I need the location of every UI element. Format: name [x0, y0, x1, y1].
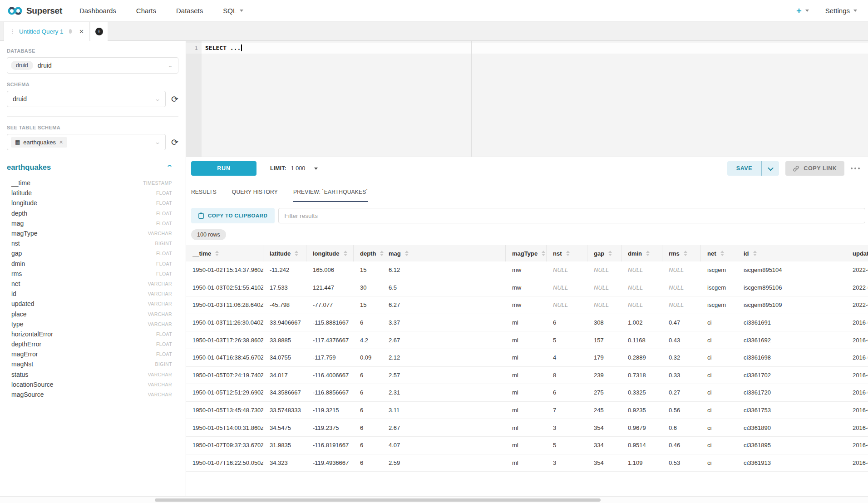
- column-header-dmin[interactable]: dmin: [621, 245, 662, 261]
- column-name: longitude: [11, 199, 37, 207]
- table-cell: 30: [354, 279, 382, 296]
- query-tab-active[interactable]: ⋮ Untitled Query 1 ✕: [4, 22, 90, 41]
- table-cell: NULL: [547, 261, 587, 279]
- horizontal-scrollbar-thumb[interactable]: [155, 498, 601, 502]
- table-cell: 6: [354, 419, 382, 436]
- sort-desc-icon: [344, 254, 347, 256]
- column-type: FLOAT: [156, 251, 172, 256]
- table-cell: NULL: [547, 296, 587, 314]
- column-header-id[interactable]: id: [737, 245, 846, 261]
- clipboard-icon: [198, 212, 204, 219]
- superset-brand[interactable]: Superset: [7, 6, 62, 16]
- results-tab-results[interactable]: RESULTS: [191, 189, 217, 202]
- schema-select[interactable]: druid ⌄: [7, 91, 166, 107]
- table-row: 1950-01-03T11:06:28.640Z-45.798-77.07715…: [186, 296, 868, 314]
- column-name: nst: [11, 240, 20, 247]
- table-cell: iscgem895106: [737, 279, 846, 296]
- table-cell: -45.798: [263, 296, 306, 314]
- column-type: VARCHAR: [148, 301, 172, 306]
- table-cell: ml: [506, 437, 547, 454]
- brand-title: Superset: [26, 6, 62, 16]
- column-header-label: nst: [553, 250, 562, 257]
- table-cell: 33.5748333: [263, 402, 306, 419]
- table-cell: 1950-01-03T17:26:38.860Z: [186, 331, 263, 349]
- column-header-depth[interactable]: depth: [354, 245, 382, 261]
- new-item-button[interactable]: +: [796, 6, 809, 15]
- table-schema-label: SEE TABLE SCHEMA: [7, 125, 178, 130]
- save-button[interactable]: SAVE: [727, 161, 762, 176]
- sort-desc-icon: [608, 254, 612, 256]
- column-header-mag[interactable]: mag: [382, 245, 506, 261]
- caret-down-icon: [805, 10, 809, 12]
- column-name: net: [11, 280, 20, 287]
- table-row: 1950-01-03T11:26:30.040Z33.9406667-115.8…: [186, 314, 868, 332]
- nav-item-dashboards[interactable]: Dashboards: [79, 7, 116, 15]
- table-cell: ci: [701, 331, 737, 349]
- nav-item-datasets[interactable]: Datasets: [176, 7, 203, 15]
- column-name: type: [11, 321, 23, 328]
- column-header-net[interactable]: net: [701, 245, 737, 261]
- refresh-schema-icon[interactable]: ⟳: [171, 95, 178, 104]
- table-cell: 15: [354, 296, 382, 314]
- nav-item-charts[interactable]: Charts: [136, 7, 156, 15]
- column-header-nst[interactable]: nst: [547, 245, 587, 261]
- column-name: depth: [11, 210, 27, 217]
- column-header-magType[interactable]: magType: [506, 245, 547, 261]
- table-row: 1950-01-07T16:22:50.050Z34.323-119.49366…: [186, 454, 868, 472]
- column-header-label: mag: [389, 250, 401, 257]
- column-header-latitude[interactable]: latitude: [263, 245, 306, 261]
- results-tab-query-history[interactable]: QUERY HISTORY: [232, 189, 278, 202]
- column-header-__time[interactable]: __time: [186, 245, 263, 261]
- table-cell: 0.9514: [621, 437, 662, 454]
- table-select[interactable]: ▦ earthquakes ✕ ⌄: [7, 134, 166, 150]
- settings-menu[interactable]: Settings: [825, 7, 857, 15]
- filter-results-input[interactable]: [278, 208, 865, 223]
- column-header-updated[interactable]: updated: [846, 245, 868, 261]
- sort-icon: [646, 251, 650, 256]
- chevron-down-icon: ⌄: [154, 139, 161, 145]
- table-cell: 15: [354, 261, 382, 279]
- table-cell: 0.56: [662, 402, 701, 419]
- table-cell: 0.53: [662, 454, 701, 472]
- sort-icon: [566, 251, 570, 256]
- drag-handle-icon[interactable]: ⋮: [10, 28, 15, 35]
- save-options-button[interactable]: [762, 161, 779, 176]
- sort-asc-icon: [542, 251, 545, 253]
- limit-dropdown[interactable]: LIMIT: 1 000: [270, 165, 318, 172]
- column-header-gap[interactable]: gap: [587, 245, 621, 261]
- table-cell: ml: [506, 419, 547, 436]
- table-icon: ▦: [15, 139, 20, 145]
- table-cell: 2.67: [382, 331, 506, 349]
- remove-table-icon[interactable]: ✕: [59, 139, 63, 145]
- table-cell: 3.37: [382, 314, 506, 331]
- table-cell: -115.8881667: [306, 314, 354, 331]
- table-cell: ci3361890: [737, 419, 846, 436]
- more-options-button[interactable]: [851, 168, 860, 170]
- sort-asc-icon: [295, 251, 298, 253]
- refresh-table-icon[interactable]: ⟳: [171, 138, 178, 147]
- sql-editor[interactable]: 1 SELECT ...: [186, 41, 868, 157]
- copy-link-button[interactable]: COPY LINK: [785, 161, 844, 176]
- table-cell: iscgem895109: [737, 296, 846, 314]
- editor-gutter: [186, 41, 202, 157]
- database-select[interactable]: druid druid ⌄: [7, 57, 178, 74]
- column-type: BIGINT: [155, 361, 172, 367]
- table-cell: 31.9835: [263, 437, 306, 454]
- sql-code-line[interactable]: SELECT ...: [205, 44, 242, 51]
- collapse-icon[interactable]: ⌃: [166, 164, 173, 171]
- copy-to-clipboard-button[interactable]: COPY TO CLIPBOARD: [191, 208, 275, 223]
- add-tab-button[interactable]: +: [95, 28, 103, 35]
- settings-label: Settings: [825, 7, 850, 15]
- table-row: 1950-01-07T09:37:33.670Z31.9835-116.8191…: [186, 437, 868, 454]
- table-cell: ml: [506, 384, 547, 401]
- column-header-rms[interactable]: rms: [662, 245, 701, 261]
- limit-label: LIMIT:: [270, 165, 286, 172]
- column-header-longitude[interactable]: longitude: [306, 245, 354, 261]
- close-tab-icon[interactable]: ✕: [79, 29, 84, 35]
- results-tab-preview[interactable]: PREVIEW: `EARTHQUAKES`: [293, 189, 368, 202]
- nav-item-sql[interactable]: SQL: [223, 7, 243, 15]
- table-cell: NULL: [621, 261, 662, 279]
- column-name: place: [11, 311, 26, 318]
- table-cell: 2022-0: [846, 279, 868, 296]
- run-button[interactable]: RUN: [191, 161, 256, 176]
